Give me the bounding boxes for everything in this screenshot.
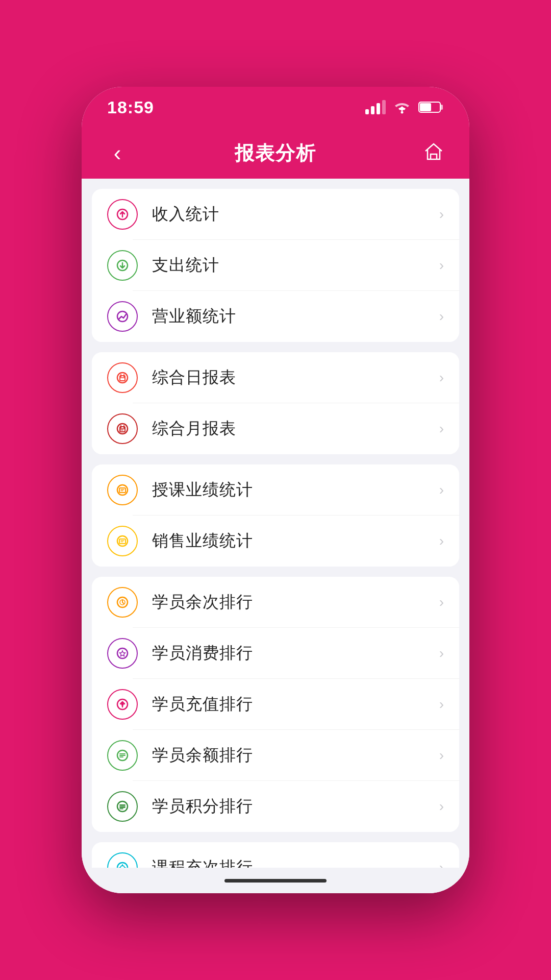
monthly-report-item[interactable]: 综合月报表 ›: [92, 403, 459, 454]
chevron-icon: ›: [439, 645, 444, 662]
svg-point-30: [121, 703, 124, 706]
card-group-3: 授课业绩统计 › 销售业绩统计 ›: [92, 464, 459, 567]
svg-rect-3: [420, 103, 431, 111]
chevron-icon: ›: [439, 533, 444, 549]
student-consumption-icon: [107, 638, 138, 669]
student-consumption-label: 学员消费排行: [152, 642, 439, 665]
revenue-stats-label: 营业额统计: [152, 305, 439, 328]
status-bar: 18:59: [82, 87, 469, 128]
chevron-icon: ›: [439, 482, 444, 498]
chevron-icon: ›: [439, 860, 444, 868]
card-group-1: 收入统计 › 支出统计 ›: [92, 189, 459, 342]
chevron-icon: ›: [439, 421, 444, 437]
teaching-icon: [107, 475, 138, 505]
revenue-stats-item[interactable]: 营业额统计 ›: [92, 291, 459, 342]
svg-rect-23: [119, 539, 126, 544]
income-icon: [107, 199, 138, 230]
battery-icon: [418, 100, 444, 114]
status-time: 18:59: [107, 97, 154, 117]
phone-shell: 18:59 ‹ 报表分析: [82, 87, 469, 893]
student-consumption-item[interactable]: 学员消费排行 ›: [92, 628, 459, 679]
chevron-icon: ›: [439, 594, 444, 610]
chevron-icon: ›: [439, 257, 444, 274]
student-recharge-label: 学员充值排行: [152, 693, 439, 716]
daily-report-label: 综合日报表: [152, 366, 439, 389]
student-balance-item[interactable]: 学员余额排行 ›: [92, 730, 459, 781]
course-recharge-icon: [107, 852, 138, 868]
page-title: 报表分析: [235, 140, 316, 166]
chevron-icon: ›: [439, 747, 444, 764]
chevron-icon: ›: [439, 798, 444, 815]
monthly-report-label: 综合月报表: [152, 418, 439, 440]
income-stats-item[interactable]: 收入统计 ›: [92, 189, 459, 240]
expense-stats-label: 支出统计: [152, 254, 439, 277]
course-recharge-item[interactable]: 课程充次排行 ›: [92, 842, 459, 868]
monthly-report-icon: [107, 413, 138, 444]
chevron-icon: ›: [439, 370, 444, 386]
student-remaining-icon: [107, 587, 138, 618]
student-points-item[interactable]: 学员积分排行 ›: [92, 781, 459, 832]
card-group-4: 学员余次排行 › 学员消费排行 ›: [92, 577, 459, 832]
sales-icon: [107, 526, 138, 556]
expense-icon: [107, 250, 138, 281]
daily-report-icon: [107, 362, 138, 393]
home-button[interactable]: [418, 140, 449, 167]
income-stats-label: 收入统计: [152, 203, 439, 226]
teaching-stats-label: 授课业绩统计: [152, 479, 439, 501]
student-points-label: 学员积分排行: [152, 795, 439, 818]
svg-rect-2: [440, 105, 443, 110]
expense-stats-item[interactable]: 支出统计 ›: [92, 240, 459, 291]
student-remaining-label: 学员余次排行: [152, 591, 439, 614]
svg-point-0: [401, 111, 404, 114]
student-recharge-item[interactable]: 学员充值排行 ›: [92, 679, 459, 730]
daily-report-item[interactable]: 综合日报表 ›: [92, 352, 459, 403]
sales-stats-label: 销售业绩统计: [152, 530, 439, 552]
content-area: 收入统计 › 支出统计 ›: [82, 179, 469, 868]
course-recharge-label: 课程充次排行: [152, 856, 439, 868]
home-bar: [224, 879, 327, 883]
chevron-icon: ›: [439, 308, 444, 325]
status-icons: [365, 100, 444, 114]
wifi-icon: [393, 100, 411, 114]
home-indicator: [82, 868, 469, 893]
sales-stats-item[interactable]: 销售业绩统计 ›: [92, 516, 459, 567]
student-recharge-icon: [107, 689, 138, 720]
signal-icon: [365, 100, 386, 114]
student-remaining-item[interactable]: 学员余次排行 ›: [92, 577, 459, 628]
card-group-2: 综合日报表 › 综合月报表 ›: [92, 352, 459, 454]
nav-bar: ‹ 报表分析: [82, 128, 469, 179]
teaching-stats-item[interactable]: 授课业绩统计 ›: [92, 464, 459, 516]
card-group-5: 课程充次排行 › ··· ›: [92, 842, 459, 868]
chevron-icon: ›: [439, 206, 444, 223]
student-balance-icon: [107, 740, 138, 771]
svg-rect-19: [119, 488, 126, 493]
back-button[interactable]: ‹: [102, 142, 133, 164]
revenue-icon: [107, 301, 138, 332]
svg-point-28: [117, 648, 128, 658]
student-balance-label: 学员余额排行: [152, 744, 439, 767]
chevron-icon: ›: [439, 696, 444, 713]
student-points-icon: [107, 791, 138, 822]
